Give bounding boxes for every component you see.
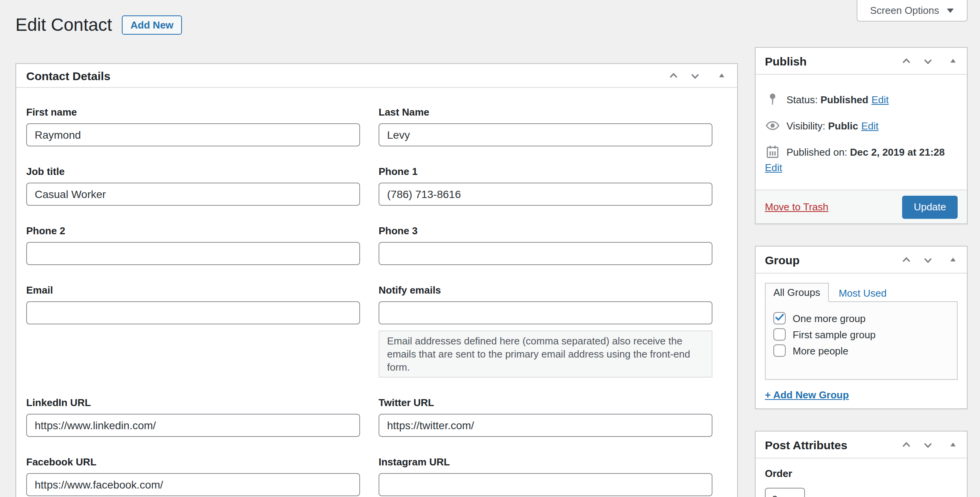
edit-visibility-link[interactable]: Edit xyxy=(861,120,879,132)
screen-options-label: Screen Options xyxy=(870,5,939,16)
contact-details-title: Contact Details xyxy=(26,69,110,82)
triangle-down-icon xyxy=(946,6,955,15)
group-item[interactable]: More people xyxy=(773,344,949,357)
status-value: Published xyxy=(820,94,868,106)
contact-details-header: Contact Details xyxy=(16,64,737,88)
group-tabs: All Groups Most Used xyxy=(765,283,958,302)
field-phone-1: Phone 1 xyxy=(379,166,712,206)
group-title: Group xyxy=(765,253,800,266)
edit-contact-page: Screen Options Edit Contact Add New Cont… xyxy=(0,0,980,497)
published-on-value: Dec 2, 2019 at 21:28 xyxy=(850,146,945,158)
move-to-trash-link[interactable]: Move to Trash xyxy=(765,201,828,213)
phone-2-label: Phone 2 xyxy=(26,225,360,237)
page-title: Edit Contact xyxy=(15,13,112,36)
screen-options-button[interactable]: Screen Options xyxy=(857,0,968,22)
linkedin-url-input[interactable] xyxy=(26,414,360,437)
triangle-up-icon[interactable] xyxy=(717,71,726,80)
phone-2-input[interactable] xyxy=(26,242,360,265)
edit-published-date-link[interactable]: Edit xyxy=(765,162,782,173)
chevron-down-icon[interactable] xyxy=(922,254,934,265)
order-input[interactable] xyxy=(765,488,805,497)
order-label: Order xyxy=(765,468,792,479)
group-box: Group All Groups Most Used One more grou… xyxy=(755,246,968,409)
publish-footer: Move to Trash Update xyxy=(756,190,967,223)
notify-emails-label: Notify emails xyxy=(379,284,712,297)
published-on-label: Published on: xyxy=(786,146,847,158)
calendar-icon xyxy=(765,144,780,160)
publish-box: Publish Status: PublishedEdit Visibility… xyxy=(755,47,968,224)
field-linkedin-url: LinkedIn URL xyxy=(26,397,360,437)
published-on-row: Published on: Dec 2, 2019 at 21:28Edit xyxy=(765,144,958,176)
field-first-name: First name xyxy=(26,106,360,146)
publish-header: Publish xyxy=(756,48,967,75)
box-handle-actions xyxy=(901,55,958,67)
field-phone-3: Phone 3 xyxy=(379,225,712,265)
group-item-label: More people xyxy=(793,345,849,356)
facebook-url-input[interactable] xyxy=(26,473,360,496)
field-twitter-url: Twitter URL xyxy=(379,397,712,437)
group-item[interactable]: One more group xyxy=(773,312,949,324)
twitter-url-label: Twitter URL xyxy=(379,397,712,409)
field-email: Email xyxy=(26,284,360,378)
chevron-up-icon[interactable] xyxy=(901,439,912,450)
last-name-label: Last Name xyxy=(379,106,712,119)
chevron-down-icon[interactable] xyxy=(922,439,934,450)
add-new-group-link[interactable]: + Add New Group xyxy=(765,389,849,401)
group-body: All Groups Most Used One more group Firs… xyxy=(756,274,967,408)
chevron-up-icon[interactable] xyxy=(901,55,912,67)
triangle-up-icon[interactable] xyxy=(948,440,958,449)
form-row: Facebook URL Instagram URL xyxy=(16,456,737,496)
phone-1-label: Phone 1 xyxy=(379,166,712,178)
triangle-up-icon[interactable] xyxy=(948,56,958,65)
post-attributes-box: Post Attributes Order xyxy=(755,431,968,497)
group-item-label: First sample group xyxy=(793,329,876,340)
notify-emails-input[interactable] xyxy=(379,301,712,324)
last-name-input[interactable] xyxy=(379,123,712,146)
field-job-title: Job title xyxy=(26,166,360,206)
page-header: Edit Contact Add New xyxy=(15,13,182,36)
first-name-input[interactable] xyxy=(26,123,360,146)
status-label: Status: xyxy=(786,94,818,106)
field-last-name: Last Name xyxy=(379,106,712,146)
group-list-panel: One more group First sample group More p… xyxy=(765,301,958,380)
contact-details-box: Contact Details First name Last Name xyxy=(15,63,738,497)
post-attributes-title: Post Attributes xyxy=(765,438,847,451)
triangle-up-icon[interactable] xyxy=(948,255,958,264)
tab-all-groups[interactable]: All Groups xyxy=(765,283,828,302)
post-attributes-body: Order xyxy=(756,458,967,497)
email-input[interactable] xyxy=(26,301,360,324)
twitter-url-input[interactable] xyxy=(379,414,712,437)
tab-most-used[interactable]: Most Used xyxy=(828,284,896,302)
instagram-url-label: Instagram URL xyxy=(379,456,712,468)
pin-icon xyxy=(765,92,780,107)
chevron-down-icon[interactable] xyxy=(922,55,934,67)
status-row: Status: PublishedEdit xyxy=(765,92,958,108)
edit-status-link[interactable]: Edit xyxy=(871,94,889,106)
phone-3-input[interactable] xyxy=(379,242,712,265)
post-attributes-header: Post Attributes xyxy=(756,432,967,458)
group-item[interactable]: First sample group xyxy=(773,328,949,341)
chevron-down-icon[interactable] xyxy=(689,70,701,81)
form-row: LinkedIn URL Twitter URL xyxy=(16,397,737,437)
checkbox-first-sample-group[interactable] xyxy=(773,328,786,341)
facebook-url-label: Facebook URL xyxy=(26,456,360,468)
chevron-up-icon[interactable] xyxy=(668,70,679,81)
visibility-row: Visibility: PublicEdit xyxy=(765,118,958,134)
notify-emails-help: Email addresses defined here (comma sepa… xyxy=(379,331,712,378)
update-button[interactable]: Update xyxy=(902,195,958,218)
checkbox-one-more-group[interactable] xyxy=(773,312,786,324)
chevron-up-icon[interactable] xyxy=(901,254,912,265)
add-new-button[interactable]: Add New xyxy=(122,15,182,34)
main-column: Contact Details First name Last Name xyxy=(15,63,738,497)
field-phone-2: Phone 2 xyxy=(26,225,360,265)
form-row: Job title Phone 1 xyxy=(16,166,737,206)
group-item-label: One more group xyxy=(793,312,865,324)
first-name-label: First name xyxy=(26,106,360,119)
job-title-input[interactable] xyxy=(26,183,360,206)
instagram-url-input[interactable] xyxy=(379,473,712,496)
publish-title: Publish xyxy=(765,54,807,67)
visibility-label: Visibility: xyxy=(786,120,825,132)
phone-1-input[interactable] xyxy=(379,183,712,206)
box-handle-actions xyxy=(901,254,958,265)
checkbox-more-people[interactable] xyxy=(773,344,786,357)
